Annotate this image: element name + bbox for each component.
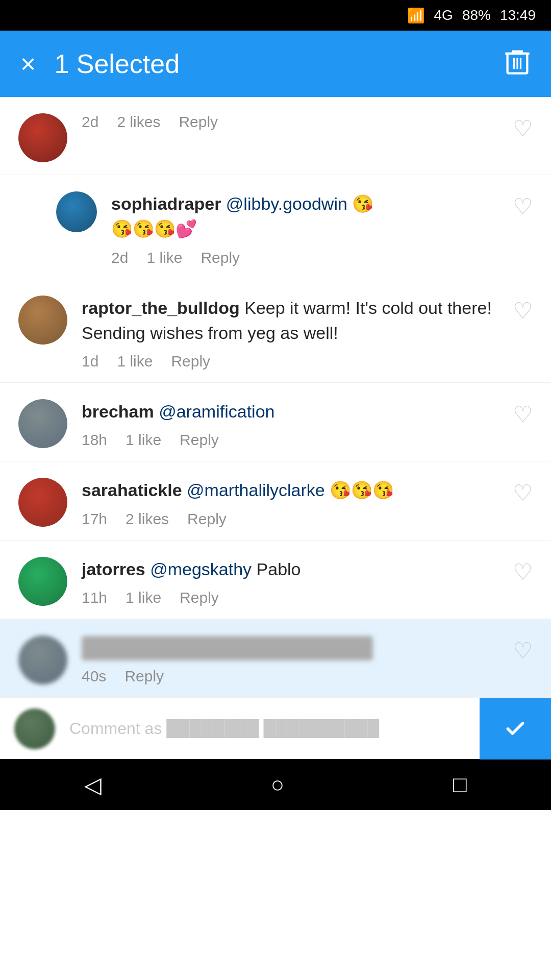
like-button[interactable]: ♡ [513, 559, 533, 585]
battery-level: 88% [462, 7, 491, 23]
comment-time: 18h [82, 431, 107, 449]
recents-button[interactable]: □ [453, 772, 467, 797]
comment-meta: 2d 1 like Reply [111, 249, 533, 266]
comment-text: sarahatickle @marthalilyclarke 😘😘😘 [82, 478, 533, 503]
comment-likes: 2 likes [117, 113, 160, 131]
comment-text: brecham @aramification [82, 399, 533, 424]
reply-button[interactable]: Reply [187, 510, 227, 528]
comment-time: 17h [82, 510, 107, 528]
home-button[interactable]: ○ [270, 772, 284, 797]
wifi-icon: 📶 [407, 7, 425, 24]
username: brecham [82, 402, 154, 421]
nav-bar: ◁ ○ □ [0, 759, 551, 810]
comment-likes: 1 like [146, 249, 182, 266]
comment-item: sophiadraper @libby.goodwin 😘😘😘😘💕 2d 1 l… [0, 175, 551, 279]
delete-button[interactable] [504, 47, 531, 81]
like-button[interactable]: ♡ [513, 298, 533, 324]
like-button[interactable]: ♡ [513, 115, 533, 141]
like-button[interactable]: ♡ [513, 638, 533, 664]
like-button[interactable]: ♡ [513, 480, 533, 506]
reply-button[interactable]: Reply [171, 353, 210, 370]
signal-strength: 4G [434, 7, 453, 23]
like-button[interactable]: ♡ [513, 401, 533, 427]
comment-content: sarahatickle @marthalilyclarke 😘😘😘 17h 2… [82, 478, 533, 527]
avatar [56, 191, 97, 232]
comment-item: 2d 2 likes Reply ♡ [0, 97, 551, 175]
comment-meta: 40s Reply [82, 668, 533, 685]
reply-button[interactable]: Reply [180, 431, 219, 449]
comment-meta: 18h 1 like Reply [82, 431, 533, 449]
clock: 13:49 [500, 7, 536, 23]
comment-meta: 2d 2 likes Reply [82, 113, 533, 131]
comment-input-area [0, 698, 551, 759]
comment-item: sarahatickle @marthalilyclarke 😘😘😘 17h 2… [0, 461, 551, 540]
comment-item: brecham @aramification 18h 1 like Reply … [0, 383, 551, 461]
reply-button[interactable]: Reply [179, 113, 218, 131]
comment-content: brecham @aramification 18h 1 like Reply [82, 399, 533, 449]
current-user-avatar [14, 708, 55, 749]
comment-meta: 17h 2 likes Reply [82, 510, 533, 528]
comment-text: jatorres @megskathy Pablo [82, 557, 533, 582]
username: raptor_the_bulldog [82, 298, 240, 317]
comment-body: Pablo [257, 559, 301, 579]
comment-content: 2d 2 likes Reply [82, 113, 533, 131]
username: jatorres [82, 559, 145, 579]
mention: @megskathy [150, 559, 252, 579]
mention: @libby.goodwin [226, 194, 347, 213]
back-button[interactable]: ◁ [84, 772, 102, 798]
comment-content: jatorres @megskathy Pablo 11h 1 like Rep… [82, 557, 533, 606]
comment-time: 1d [82, 353, 98, 370]
comment-item: raptor_the_bulldog Keep it warm! It's co… [0, 279, 551, 383]
emoji: 😘😘😘 [330, 480, 394, 500]
comment-time: 40s [82, 668, 106, 685]
comment-time: 11h [82, 589, 107, 606]
status-bar: 📶 4G 88% 13:49 [0, 0, 551, 31]
close-button[interactable]: × [20, 51, 36, 77]
reply-button[interactable]: Reply [201, 249, 240, 266]
comment-content: ██████████ ██████ █████ 40s Reply [82, 635, 533, 685]
avatar [18, 635, 67, 684]
avatar [18, 478, 67, 527]
mention: @aramification [159, 402, 274, 421]
username: sarahatickle [82, 480, 182, 500]
selected-title: 1 Selected [54, 48, 180, 79]
comment-item: jatorres @megskathy Pablo 11h 1 like Rep… [0, 541, 551, 619]
comment-time: 2d [82, 113, 98, 131]
avatar [18, 557, 67, 606]
avatar [18, 296, 67, 345]
comment-item-selected: ██████████ ██████ █████ 40s Reply ♡ [0, 619, 551, 698]
like-button[interactable]: ♡ [513, 193, 533, 219]
comment-time: 2d [111, 249, 128, 266]
comment-likes: 1 like [126, 431, 161, 449]
comment-content: raptor_the_bulldog Keep it warm! It's co… [82, 296, 533, 371]
reply-button[interactable]: Reply [180, 589, 219, 606]
username: sophiadraper [111, 194, 221, 213]
comment-text: ██████████ ██████ █████ [82, 635, 533, 660]
comment-content: sophiadraper @libby.goodwin 😘😘😘😘💕 2d 1 l… [111, 191, 533, 266]
comment-likes: 1 like [126, 589, 161, 606]
post-comment-button[interactable] [480, 698, 551, 760]
reply-button[interactable]: Reply [124, 668, 164, 685]
blurred-username: ██████████ ██████ █████ [82, 636, 373, 660]
avatar [18, 113, 67, 162]
comment-meta: 11h 1 like Reply [82, 589, 533, 606]
comment-meta: 1d 1 like Reply [82, 353, 533, 370]
comment-input[interactable] [69, 698, 480, 759]
comment-text: sophiadraper @libby.goodwin 😘😘😘😘💕 [111, 191, 533, 242]
app-bar: × 1 Selected [0, 31, 551, 97]
comments-list: 2d 2 likes Reply ♡ sophiadraper @libby.g… [0, 97, 551, 698]
comment-text: raptor_the_bulldog Keep it warm! It's co… [82, 296, 533, 346]
comment-likes: 1 like [117, 353, 153, 370]
avatar [18, 399, 67, 448]
comment-likes: 2 likes [126, 510, 169, 528]
mention: @marthalilyclarke [187, 480, 325, 500]
